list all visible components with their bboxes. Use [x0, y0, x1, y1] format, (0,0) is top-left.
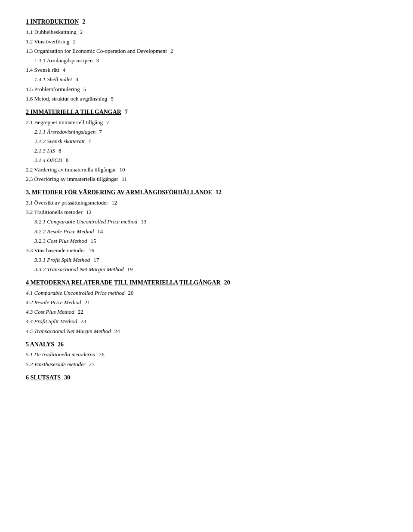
toc-page: 3: [96, 56, 99, 65]
toc-page: 27: [89, 360, 95, 369]
toc-label: 4.4 Profit Split Method: [26, 317, 77, 326]
toc-entry-e6: 1.4 Svensk rätt4: [26, 66, 387, 74]
toc-entry-e22: 3.2.2 Resale Price Method14: [34, 227, 387, 236]
toc-label: 5.1 De traditionella metoderna: [26, 350, 96, 359]
toc-page: 26: [99, 350, 105, 359]
toc-entry-e1: 1 INTRODUKTION2: [26, 17, 387, 27]
toc-page: 16: [89, 246, 94, 255]
toc-label: 4 METODERNA RELATERADE TILL IMMATERIELLA…: [26, 278, 221, 287]
toc-page: 26: [58, 340, 64, 349]
toc-label: 3.3.2 Transactional Net Margin Method: [34, 265, 124, 274]
toc-page: 15: [90, 237, 96, 245]
toc-entry-e12: 2.1.1 Årsredovisningslagen7: [34, 128, 387, 136]
toc-page: 20: [224, 278, 230, 287]
toc-label: 3.2.1 Comparable Uncontrolled Price meth…: [34, 217, 137, 226]
toc-label: 1.4 Svensk rätt: [26, 66, 59, 74]
toc-page: 23: [80, 317, 86, 326]
toc-page: 10: [120, 165, 125, 174]
toc-page: 5: [83, 85, 86, 94]
toc-label: 3.2 Traditionella metoder: [26, 208, 83, 217]
toc-label: 2.1 Begreppet immateriell tillgång: [26, 118, 103, 127]
toc-label: 2.1.3 IAS: [34, 147, 55, 155]
toc-page: 8: [59, 147, 62, 155]
toc-label: 2.2 Värdering av immateriella tillgångar: [26, 165, 116, 174]
toc-label: 2.1.1 Årsredovisningslagen: [34, 128, 96, 136]
toc-page: 4: [75, 75, 78, 84]
toc-entry-e5: 1.3.1 Armlängdsprincipen3: [34, 56, 387, 65]
toc-page: 4: [63, 66, 66, 74]
toc-entry-e35: 5.2 Vinstbaserade metoder27: [26, 360, 387, 369]
toc-entry-e3: 1.2 Vinstöverföring2: [26, 37, 387, 46]
toc-entry-e7: 1.4.1 Shell målet4: [34, 75, 387, 84]
toc-entry-e28: 4.1 Comparable Uncontrolled Price method…: [26, 289, 387, 297]
toc-label: 1.1 Dubbelbeskattning: [26, 28, 77, 37]
toc-entry-e31: 4.4 Profit Split Method23: [26, 317, 387, 326]
toc-page: 19: [127, 265, 133, 274]
toc-label: 3.2.3 Cost Plus Method: [34, 237, 87, 245]
toc-entry-e14: 2.1.3 IAS8: [34, 147, 387, 155]
toc-entry-e2: 1.1 Dubbelbeskattning2: [26, 28, 387, 37]
toc-entry-e30: 4.3 Cost Plus Method22: [26, 308, 387, 316]
toc-entry-e24: 3.3 Vinstbaserade metoder16: [26, 246, 387, 255]
toc-container: 1 INTRODUKTION21.1 Dubbelbeskattning21.2…: [26, 17, 387, 382]
toc-label: 4.1 Comparable Uncontrolled Price method: [26, 289, 125, 297]
toc-label: 6 SLUTSATS: [26, 373, 61, 382]
toc-entry-e20: 3.2 Traditionella metoder12: [26, 208, 387, 217]
toc-page: 12: [216, 188, 222, 197]
toc-page: 12: [86, 208, 92, 217]
toc-page: 11: [122, 175, 127, 183]
toc-page: 20: [128, 289, 134, 297]
toc-entry-e33: 5 ANALYS26: [26, 340, 387, 349]
toc-page: 12: [111, 199, 117, 207]
toc-page: 7: [106, 118, 109, 127]
toc-page: 7: [99, 128, 102, 136]
toc-label: 4.3 Cost Plus Method: [26, 308, 74, 316]
toc-label: 4.2 Resale Price Method: [26, 298, 81, 307]
toc-page: 7: [125, 107, 128, 117]
toc-label: 3.2.2 Resale Price Method: [34, 227, 94, 236]
toc-label: 3.1 Översikt av prissättningsmetoder: [26, 199, 108, 207]
toc-entry-e26: 3.3.2 Transactional Net Margin Method19: [34, 265, 387, 274]
toc-page: 2: [82, 17, 85, 27]
toc-entry-e25: 3.3.1 Profit Split Method17: [34, 256, 387, 264]
toc-entry-e16: 2.2 Värdering av immateriella tillgångar…: [26, 165, 387, 174]
toc-label: 2.1.4 OECD: [34, 156, 62, 165]
toc-entry-e19: 3.1 Översikt av prissättningsmetoder12: [26, 199, 387, 207]
toc-label: 1.2 Vinstöverföring: [26, 37, 70, 46]
toc-page: 21: [85, 298, 90, 307]
toc-page: 2: [73, 37, 76, 46]
toc-label: 2.1.2 Svensk skatterätt: [34, 137, 85, 146]
toc-page: 22: [78, 308, 83, 316]
toc-entry-e27: 4 METODERNA RELATERADE TILL IMMATERIELLA…: [26, 278, 387, 287]
toc-page: 8: [66, 156, 69, 165]
toc-page: 5: [111, 95, 114, 103]
toc-page: 13: [141, 217, 146, 226]
toc-page: 2: [170, 47, 173, 55]
toc-entry-e9: 1.6 Metod, struktur och avgränsning5: [26, 95, 387, 103]
toc-entry-e13: 2.1.2 Svensk skatterätt7: [34, 137, 387, 146]
toc-page: 30: [64, 373, 70, 382]
toc-label: 3.3.1 Profit Split Method: [34, 256, 90, 264]
toc-entry-e15: 2.1.4 OECD8: [34, 156, 387, 165]
toc-page: 14: [97, 227, 103, 236]
toc-entry-e4: 1.3 Organisation for Economic Co-operati…: [26, 47, 387, 55]
toc-label: 1 INTRODUKTION: [26, 17, 79, 27]
toc-label: 1.4.1 Shell målet: [34, 75, 72, 84]
toc-label: 1.3.1 Armlängdsprincipen: [34, 56, 92, 65]
toc-entry-e18: 3. METODER FÖR VÄRDERING AV ARMLÄNGDSFÖR…: [26, 188, 387, 197]
toc-label: 1.5 Problemformulering: [26, 85, 80, 94]
toc-entry-e21: 3.2.1 Comparable Uncontrolled Price meth…: [34, 217, 387, 226]
toc-entry-e29: 4.2 Resale Price Method21: [26, 298, 387, 307]
toc-label: 2.3 Överföring av immateriella tillgånga…: [26, 175, 118, 183]
toc-page: 2: [80, 28, 83, 37]
toc-entry-e11: 2.1 Begreppet immateriell tillgång7: [26, 118, 387, 127]
toc-label: 4.5 Transactional Net Margin Method: [26, 327, 111, 336]
toc-label: 3. METODER FÖR VÄRDERING AV ARMLÄNGDSFÖR…: [26, 188, 212, 197]
toc-entry-e8: 1.5 Problemformulering5: [26, 85, 387, 94]
toc-entry-e34: 5.1 De traditionella metoderna26: [26, 350, 387, 359]
toc-label: 5 ANALYS: [26, 340, 54, 349]
toc-label: 5.2 Vinstbaserade metoder: [26, 360, 86, 369]
toc-entry-e23: 3.2.3 Cost Plus Method15: [34, 237, 387, 245]
toc-page: 17: [93, 256, 99, 264]
toc-label: 1.6 Metod, struktur och avgränsning: [26, 95, 107, 103]
